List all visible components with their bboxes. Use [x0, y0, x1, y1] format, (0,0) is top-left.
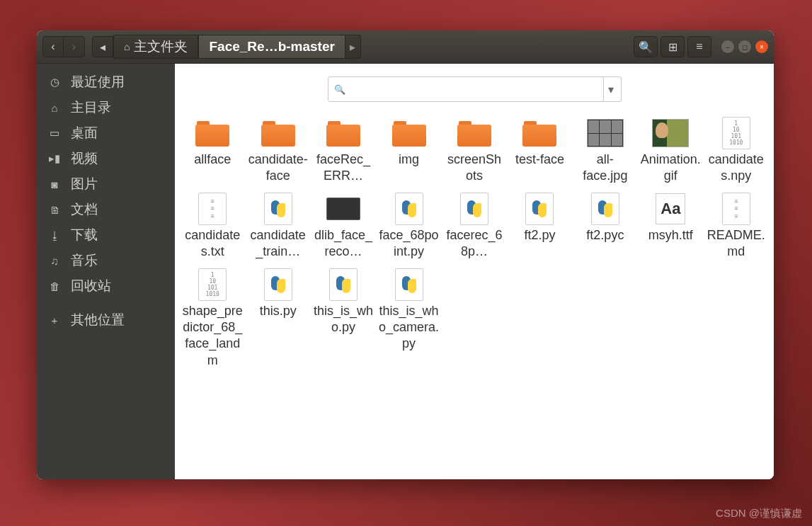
file-item[interactable]: Aamsyh.ttf — [639, 190, 702, 263]
sidebar-item-label: 最近使用 — [71, 73, 125, 91]
sidebar-item-image[interactable]: ◙图片 — [37, 171, 175, 197]
sidebar-item-download[interactable]: ⭳下载 — [37, 222, 175, 248]
file-item[interactable]: facerec_68p… — [442, 190, 506, 263]
search-box: 🔍 — [328, 76, 604, 102]
file-item[interactable]: dlib_face_reco… — [311, 190, 375, 263]
back-button[interactable]: ‹ — [42, 36, 64, 57]
toolbar-right: 🔍 ⊞ ≡ – ◻ × — [634, 36, 768, 57]
sidebar-item-label: 视频 — [71, 149, 98, 168]
nav-group: ‹ › — [42, 36, 85, 57]
file-item[interactable]: this_is_who.py — [311, 266, 375, 372]
file-item[interactable]: candidates.txt — [181, 190, 244, 263]
binary-icon: 1101011010 — [722, 117, 750, 149]
sidebar-item-desktop[interactable]: ▭桌面 — [37, 120, 175, 146]
search-icon: 🔍 — [334, 84, 345, 95]
window-body: ◷最近使用⌂主目录▭桌面▸▮视频◙图片🗎文档⭳下载♫音乐🗑回收站 + 其他位置 … — [37, 64, 774, 479]
sidebar-item-document[interactable]: 🗎文档 — [37, 197, 175, 222]
font-icon: Aa — [656, 193, 685, 224]
home-icon: ⌂ — [124, 41, 130, 52]
python-icon — [525, 193, 554, 225]
music-icon: ♫ — [48, 255, 61, 267]
file-label: ft2.pyc — [586, 227, 624, 244]
search-icon: 🔍 — [639, 40, 653, 54]
forward-button[interactable]: › — [64, 36, 85, 57]
folder-item[interactable]: test-face — [508, 115, 571, 188]
download-icon: ⭳ — [48, 229, 61, 241]
breadcrumb-expand[interactable]: ▸ — [345, 35, 361, 59]
video-icon: ▸▮ — [48, 152, 61, 165]
maximize-button[interactable]: ◻ — [738, 40, 751, 53]
folder-icon — [457, 120, 491, 147]
folder-item[interactable]: img — [377, 115, 440, 188]
titlebar: ‹ › ◂ ⌂ 主文件夹 Face_Re…b-master ▸ 🔍 ⊞ ≡ – … — [37, 30, 774, 64]
file-item[interactable]: 1101011010shape_predictor_68_face_landm — [181, 266, 244, 372]
file-item[interactable]: 1101011010candidates.npy — [704, 115, 768, 188]
folder-item[interactable]: faceRec_ERR… — [311, 115, 375, 188]
folder-icon — [522, 120, 556, 147]
grid-icon: ⊞ — [668, 40, 677, 54]
watermark: CSDN @谨慎谦虚 — [716, 507, 802, 520]
view-grid-button[interactable]: ⊞ — [661, 36, 685, 57]
folder-item[interactable]: screenShots — [442, 115, 506, 188]
sidebar-other-locations[interactable]: + 其他位置 — [37, 307, 175, 333]
file-item[interactable]: Animation.gif — [639, 115, 702, 188]
file-label: screenShots — [444, 151, 505, 185]
file-item[interactable]: ft2.py — [508, 190, 571, 263]
file-item[interactable]: README.md — [704, 190, 768, 263]
python-icon — [460, 193, 488, 225]
file-label: test-face — [515, 151, 564, 168]
sidebar-item-home[interactable]: ⌂主目录 — [37, 95, 175, 120]
file-item[interactable]: face_68point.py — [377, 190, 440, 263]
python-icon — [395, 268, 423, 301]
file-label: ft2.py — [524, 227, 555, 244]
search-button[interactable]: 🔍 — [634, 36, 658, 57]
image-icon: ◙ — [48, 178, 61, 190]
clock-icon: ◷ — [48, 76, 61, 88]
sidebar-item-label: 回收站 — [71, 277, 111, 295]
file-item[interactable]: ft2.pyc — [573, 190, 637, 263]
close-button[interactable]: × — [755, 40, 768, 53]
search-dropdown[interactable]: ▾ — [602, 76, 622, 102]
file-label: this_is_who.py — [313, 303, 374, 336]
minimize-button[interactable]: – — [721, 40, 734, 53]
file-item[interactable]: this.py — [246, 266, 309, 372]
file-item[interactable]: this_is_who_camera.py — [377, 266, 440, 372]
sidebar-item-label: 图片 — [71, 175, 98, 193]
sidebar-item-music[interactable]: ♫音乐 — [37, 248, 175, 273]
sidebar-item-label: 音乐 — [71, 251, 98, 270]
file-grid: allfacecandidate-facefaceRec_ERR…imgscre… — [175, 115, 774, 372]
folder-item[interactable]: candidate-face — [246, 115, 309, 188]
file-label: all-face.jpg — [575, 151, 636, 185]
file-label: shape_predictor_68_face_landm — [182, 303, 243, 370]
forward-icon: › — [72, 40, 76, 53]
sidebar-other-label: 其他位置 — [71, 311, 125, 329]
file-item[interactable]: all-face.jpg — [573, 115, 637, 188]
back-icon: ‹ — [51, 40, 55, 53]
menu-button[interactable]: ≡ — [687, 36, 711, 57]
file-manager-window: ‹ › ◂ ⌂ 主文件夹 Face_Re…b-master ▸ 🔍 ⊞ ≡ – … — [37, 30, 774, 479]
file-label: msyh.ttf — [648, 227, 693, 244]
search-input[interactable] — [350, 83, 597, 96]
breadcrumb-current[interactable]: Face_Re…b-master — [198, 35, 345, 59]
sidebar-item-label: 主目录 — [71, 98, 111, 117]
file-label: dlib_face_reco… — [313, 227, 374, 261]
breadcrumb-home-label: 主文件夹 — [134, 38, 188, 56]
sidebar-item-label: 下载 — [71, 226, 98, 244]
sidebar-item-video[interactable]: ▸▮视频 — [37, 146, 175, 171]
image-thumb — [587, 119, 624, 147]
file-label: candidate-face — [248, 151, 309, 185]
file-item[interactable]: candidate_train… — [246, 190, 309, 263]
data-icon — [326, 198, 360, 220]
file-label: this_is_who_camera.py — [379, 303, 440, 353]
folder-item[interactable]: allface — [181, 115, 244, 188]
file-label: facerec_68p… — [444, 227, 505, 261]
breadcrumb-home[interactable]: ⌂ 主文件夹 — [113, 35, 198, 59]
home-icon: ⌂ — [48, 102, 61, 114]
file-label: candidate_train… — [248, 227, 309, 261]
sidebar-item-clock[interactable]: ◷最近使用 — [37, 69, 175, 95]
folder-icon — [392, 120, 426, 147]
python-icon — [264, 193, 292, 225]
sidebar-item-trash[interactable]: 🗑回收站 — [37, 273, 175, 299]
sidebar-item-label: 桌面 — [71, 124, 98, 142]
breadcrumb-back[interactable]: ◂ — [92, 36, 113, 57]
